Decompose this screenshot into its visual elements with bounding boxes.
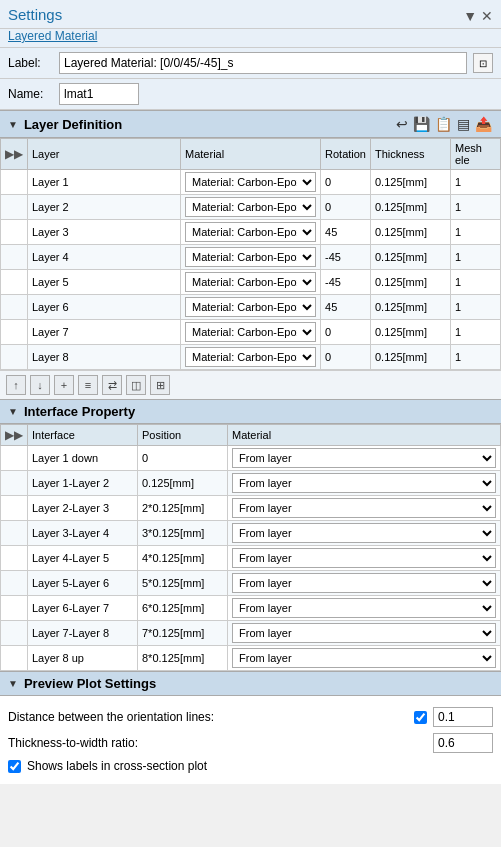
from-layer-select[interactable]: From layer (232, 648, 496, 668)
settings-title: Settings (8, 6, 62, 23)
preview-plot-content: Distance between the orientation lines: … (0, 696, 501, 784)
iface-name: Layer 5-Layer 6 (28, 571, 138, 596)
shows-labels-checkbox[interactable] (8, 760, 21, 773)
row-layer: Layer 1 (28, 170, 181, 195)
save-icon[interactable]: 💾 (412, 115, 431, 133)
iface-row-num (1, 496, 28, 521)
material-select[interactable]: Material: Carbon-Epox (185, 297, 316, 317)
pin-icon[interactable]: ▼ (463, 8, 477, 24)
row-layer: Layer 3 (28, 220, 181, 245)
iface-name: Layer 1 down (28, 446, 138, 471)
row-mesh: 1 (451, 195, 501, 220)
iface-position: 2*0.125[mm] (138, 496, 228, 521)
iface-material: From layer (228, 546, 501, 571)
grid-icon[interactable]: ⊞ (150, 375, 170, 395)
col-interface: Interface (28, 425, 138, 446)
from-layer-select[interactable]: From layer (232, 473, 496, 493)
layer-definition-title: Layer Definition (24, 117, 389, 132)
orientation-lines-label: Distance between the orientation lines: (8, 710, 408, 724)
iface-row-num (1, 646, 28, 671)
swap-icon[interactable]: ⇄ (102, 375, 122, 395)
orientation-lines-checkbox[interactable] (414, 711, 427, 724)
from-layer-select[interactable]: From layer (232, 573, 496, 593)
export-icon[interactable]: 📤 (474, 115, 493, 133)
row-num (1, 195, 28, 220)
from-layer-select[interactable]: From layer (232, 498, 496, 518)
from-layer-select[interactable]: From layer (232, 523, 496, 543)
layer-table-row: Layer 8 Material: Carbon-Epox 0 0.125[mm… (1, 345, 501, 370)
row-material: Material: Carbon-Epox (181, 295, 321, 320)
material-select[interactable]: Material: Carbon-Epox (185, 347, 316, 367)
interface-table-row: Layer 7-Layer 8 7*0.125[mm] From layer (1, 621, 501, 646)
import-icon[interactable]: 📋 (434, 115, 453, 133)
material-select[interactable]: Material: Carbon-Epox (185, 197, 316, 217)
interface-property-section-header: ▼ Interface Property (0, 399, 501, 424)
label-browse-icon[interactable]: ⊡ (473, 53, 493, 73)
iface-material: From layer (228, 521, 501, 546)
row-num (1, 170, 28, 195)
move-down-icon[interactable]: ↓ (30, 375, 50, 395)
interface-property-content: ▶▶ Interface Position Material Layer 1 d… (0, 424, 501, 671)
material-select[interactable]: Material: Carbon-Epox (185, 222, 316, 242)
row-thickness: 0.125[mm] (371, 320, 451, 345)
row-material: Material: Carbon-Epox (181, 270, 321, 295)
iface-row-num (1, 446, 28, 471)
name-input[interactable] (59, 83, 139, 105)
interface-table-row: Layer 3-Layer 4 3*0.125[mm] From layer (1, 521, 501, 546)
row-mesh: 1 (451, 245, 501, 270)
iface-name: Layer 2-Layer 3 (28, 496, 138, 521)
from-layer-select[interactable]: From layer (232, 548, 496, 568)
iface-material: From layer (228, 596, 501, 621)
label-input[interactable] (59, 52, 467, 74)
row-rotation: -45 (321, 270, 371, 295)
preview-collapse-icon[interactable]: ▼ (8, 678, 18, 689)
close-icon[interactable]: ✕ (481, 8, 493, 24)
add-row-icon[interactable]: + (54, 375, 74, 395)
col-material: Material (181, 139, 321, 170)
th-corner-iface: ▶▶ (1, 425, 28, 446)
shows-labels-row: Shows labels in cross-section plot (8, 756, 493, 776)
interface-prop-collapse-icon[interactable]: ▼ (8, 406, 18, 417)
material-select[interactable]: Material: Carbon-Epox (185, 322, 316, 342)
row-rotation: -45 (321, 245, 371, 270)
iface-row-num (1, 546, 28, 571)
row-rotation: 0 (321, 320, 371, 345)
row-thickness: 0.125[mm] (371, 295, 451, 320)
from-layer-select[interactable]: From layer (232, 448, 496, 468)
undo-icon[interactable]: ↩ (395, 115, 409, 133)
row-material: Material: Carbon-Epox (181, 195, 321, 220)
layer-definition-content: ▶▶ Layer Material Rotation Thickness Mes… (0, 138, 501, 399)
name-field-label: Name: (8, 87, 53, 101)
move-up-icon[interactable]: ↑ (6, 375, 26, 395)
menu-icon[interactable]: ▤ (456, 115, 471, 133)
row-layer: Layer 5 (28, 270, 181, 295)
duplicate-icon[interactable]: ◫ (126, 375, 146, 395)
iface-position: 3*0.125[mm] (138, 521, 228, 546)
layer-table-row: Layer 7 Material: Carbon-Epox 0 0.125[mm… (1, 320, 501, 345)
iface-position: 4*0.125[mm] (138, 546, 228, 571)
row-thickness: 0.125[mm] (371, 345, 451, 370)
layer-definition-table: ▶▶ Layer Material Rotation Thickness Mes… (0, 138, 501, 370)
interface-table-row: Layer 4-Layer 5 4*0.125[mm] From layer (1, 546, 501, 571)
row-layer: Layer 4 (28, 245, 181, 270)
row-num (1, 220, 28, 245)
list-icon[interactable]: ≡ (78, 375, 98, 395)
orientation-lines-input[interactable] (433, 707, 493, 727)
material-select[interactable]: Material: Carbon-Epox (185, 247, 316, 267)
interface-property-table: ▶▶ Interface Position Material Layer 1 d… (0, 424, 501, 671)
layer-def-collapse-icon[interactable]: ▼ (8, 119, 18, 130)
interface-table-row: Layer 1-Layer 2 0.125[mm] From layer (1, 471, 501, 496)
iface-position: 7*0.125[mm] (138, 621, 228, 646)
layered-material-link[interactable]: Layered Material (0, 29, 501, 48)
from-layer-select[interactable]: From layer (232, 623, 496, 643)
row-material: Material: Carbon-Epox (181, 345, 321, 370)
iface-name: Layer 4-Layer 5 (28, 546, 138, 571)
iface-material: From layer (228, 571, 501, 596)
preview-plot-title: Preview Plot Settings (24, 676, 493, 691)
thickness-width-input[interactable] (433, 733, 493, 753)
row-mesh: 1 (451, 170, 501, 195)
row-mesh: 1 (451, 270, 501, 295)
material-select[interactable]: Material: Carbon-Epox (185, 272, 316, 292)
material-select[interactable]: Material: Carbon-Epox (185, 172, 316, 192)
from-layer-select[interactable]: From layer (232, 598, 496, 618)
